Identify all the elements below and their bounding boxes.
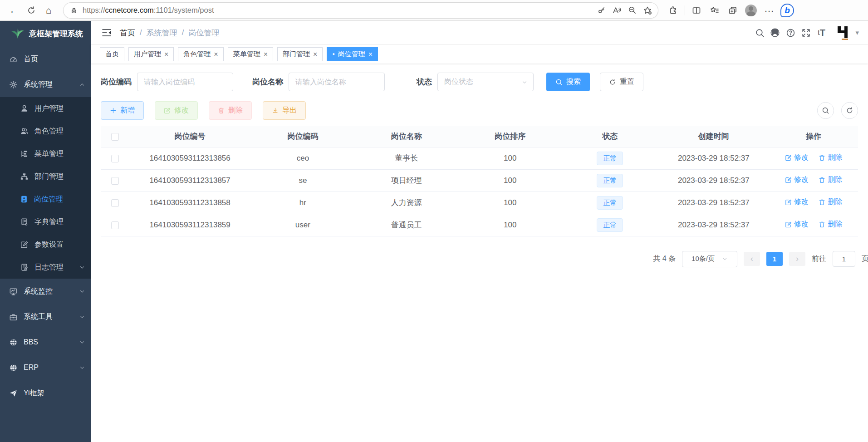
row-delete-button[interactable]: 删除: [819, 197, 842, 207]
post-name-input[interactable]: [289, 73, 385, 91]
split-screen-icon[interactable]: [687, 2, 706, 19]
page-size-select[interactable]: 10条/页: [682, 251, 737, 267]
sidebar-item-home[interactable]: 首页: [0, 46, 91, 72]
next-page-button[interactable]: ›: [789, 252, 805, 266]
add-favorite-icon[interactable]: [640, 4, 655, 17]
user-icon: [20, 104, 29, 113]
row-delete-button[interactable]: 删除: [819, 153, 842, 162]
tab-home[interactable]: 首页: [100, 47, 124, 61]
row-checkbox[interactable]: [111, 155, 119, 162]
goto-page-input[interactable]: [833, 251, 855, 267]
sidebar-item-menus[interactable]: 菜单管理: [0, 142, 91, 165]
password-key-icon[interactable]: [593, 4, 609, 17]
prev-page-button[interactable]: ‹: [744, 252, 760, 266]
font-size-icon[interactable]: tT: [814, 25, 829, 40]
fullscreen-icon[interactable]: [798, 25, 814, 40]
sidebar-item-parameters[interactable]: 参数设置: [0, 233, 91, 256]
sidebar-item-label: Yi框架: [24, 388, 44, 398]
tab-department-management[interactable]: 部门管理 ×: [277, 47, 323, 61]
help-icon[interactable]: [783, 25, 798, 40]
user-avatar[interactable]: [835, 25, 852, 40]
collections-icon[interactable]: [724, 2, 742, 19]
tab-role-management[interactable]: 角色管理 ×: [178, 47, 223, 61]
back-icon[interactable]: ←: [5, 2, 23, 19]
sidebar-item-dictionary[interactable]: 字典管理: [0, 211, 91, 233]
sidebar-item-yi-framework[interactable]: Yi框架: [0, 380, 91, 406]
search-button[interactable]: 搜索: [546, 73, 590, 91]
table-row[interactable]: 1641030593112313859 user 普通员工 100 正常 202…: [101, 214, 858, 236]
add-button[interactable]: 新增: [101, 101, 144, 120]
row-checkbox[interactable]: [111, 177, 119, 185]
row-checkbox[interactable]: [111, 199, 119, 207]
page-1-button[interactable]: 1: [766, 252, 783, 266]
sidebar-item-posts[interactable]: 岗位管理: [0, 188, 91, 211]
more-menu-icon[interactable]: ···: [760, 2, 778, 19]
caret-down-icon[interactable]: ▾: [855, 29, 859, 37]
breadcrumb-home[interactable]: 首页: [120, 28, 135, 38]
home-icon[interactable]: ⌂: [40, 2, 57, 19]
main-area: 首页 / 系统管理 / 岗位管理: [91, 21, 868, 442]
export-button[interactable]: 导出: [263, 101, 306, 120]
close-icon[interactable]: ×: [264, 50, 268, 59]
close-icon[interactable]: ×: [368, 50, 373, 59]
refresh-icon: [846, 107, 853, 114]
sidebar-item-monitoring[interactable]: 系统监控: [0, 279, 91, 304]
url-scheme: https://: [83, 6, 105, 14]
row-edit-button[interactable]: 修改: [785, 175, 809, 185]
edit-button[interactable]: 修改: [155, 101, 198, 120]
read-aloud-icon[interactable]: [609, 4, 624, 17]
cell-post-name: 董事长: [355, 147, 458, 169]
table-row[interactable]: 1641030593112313858 hr 人力资源 100 正常 2023-…: [101, 192, 858, 214]
delete-button[interactable]: 删除: [209, 101, 252, 120]
row-edit-button[interactable]: 修改: [785, 153, 809, 162]
github-icon[interactable]: [767, 25, 783, 40]
refresh-icon[interactable]: [23, 2, 40, 19]
row-edit-button[interactable]: 修改: [785, 197, 809, 207]
profile-avatar[interactable]: [742, 2, 760, 19]
search-icon[interactable]: [752, 25, 767, 40]
favorites-icon[interactable]: [706, 2, 724, 19]
refresh-table-button[interactable]: [841, 102, 858, 119]
sidebar-item-erp[interactable]: ERP: [0, 355, 91, 380]
select-all-checkbox[interactable]: [111, 133, 119, 141]
table-row[interactable]: 1641030593112313856 ceo 董事长 100 正常 2023-…: [101, 147, 858, 169]
sidebar-item-logs[interactable]: 日志管理: [0, 256, 91, 279]
edit-settings-icon: [20, 241, 29, 249]
sidebar-fold-icon[interactable]: [100, 26, 113, 39]
extensions-icon[interactable]: [664, 2, 682, 19]
row-checkbox[interactable]: [111, 221, 119, 229]
goto-unit: 页: [862, 254, 868, 264]
sidebar-item-tools[interactable]: 系统工具: [0, 304, 91, 329]
tab-user-management[interactable]: 用户管理 ×: [128, 47, 174, 61]
post-code-input[interactable]: [137, 73, 233, 91]
address-bar[interactable]: https://ccnetcore.com:1101/system/post: [64, 3, 658, 18]
tab-label: 岗位管理: [338, 50, 365, 59]
sidebar-item-bbs[interactable]: BBS: [0, 329, 91, 355]
sidebar-item-users[interactable]: 用户管理: [0, 97, 91, 120]
zoom-out-icon[interactable]: [624, 4, 640, 17]
reset-button[interactable]: 重置: [600, 73, 643, 91]
table-row[interactable]: 1641030593112313857 se 项目经理 100 正常 2023-…: [101, 169, 858, 192]
copilot-icon[interactable]: b: [778, 2, 796, 19]
sidebar-item-departments[interactable]: 部门管理: [0, 165, 91, 188]
sidebar-item-system[interactable]: 系统管理: [0, 72, 91, 97]
pagination: 共 4 条 10条/页 ‹ 1 › 前往 页: [91, 251, 868, 267]
sidebar-item-roles[interactable]: 角色管理: [0, 120, 91, 142]
close-icon[interactable]: ×: [164, 50, 168, 59]
app-logo[interactable]: 意框架管理系统: [0, 21, 91, 46]
sidebar-item-label: 参数设置: [34, 240, 64, 250]
toggle-search-button[interactable]: [817, 102, 834, 119]
edit-icon: [785, 221, 792, 228]
row-delete-label: 删除: [828, 175, 842, 185]
row-delete-button[interactable]: 删除: [819, 220, 842, 229]
monitor-icon: [9, 287, 18, 296]
tab-post-management[interactable]: ● 岗位管理 ×: [327, 47, 378, 61]
row-delete-button[interactable]: 删除: [819, 175, 842, 185]
close-icon[interactable]: ×: [214, 50, 218, 59]
breadcrumb-system[interactable]: 系统管理: [147, 28, 177, 38]
close-icon[interactable]: ×: [313, 50, 317, 59]
trash-icon: [218, 107, 225, 114]
row-edit-button[interactable]: 修改: [785, 220, 809, 229]
status-select[interactable]: 岗位状态: [437, 73, 534, 91]
tab-menu-management[interactable]: 菜单管理 ×: [228, 47, 273, 61]
